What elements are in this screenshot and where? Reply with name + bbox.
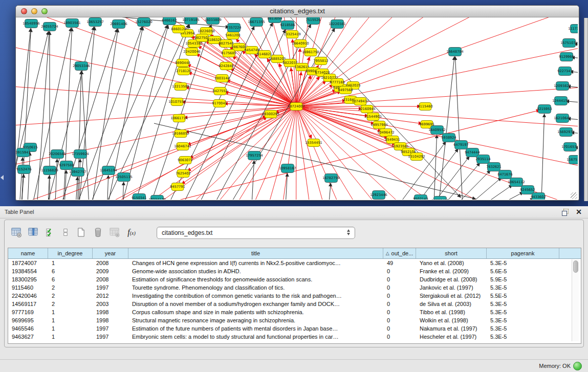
- graph-node-label: 12093822: [554, 84, 571, 88]
- graph-node-label: 9129966: [559, 55, 574, 59]
- cell: Embryonic stem cells: a model to study s…: [128, 334, 383, 340]
- graph-node-label: 9150341: [132, 196, 146, 200]
- status-bar: Memory: OK: [0, 359, 588, 372]
- column-header-out_de[interactable]: △out_de...: [383, 248, 416, 258]
- table-panel-title: Table Panel: [5, 209, 34, 215]
- graph-node-label: 9218586: [280, 23, 295, 27]
- cell: 5.3E-5: [487, 285, 559, 291]
- column-header-in_degree[interactable]: in_degree: [48, 248, 93, 258]
- float-window-icon[interactable]: [562, 209, 569, 215]
- create-column-icon[interactable]: [73, 225, 89, 239]
- cell: 9115460: [8, 285, 48, 291]
- graph-edge: [55, 159, 57, 200]
- graph-node-label: 9146821: [257, 52, 272, 56]
- cell: 2012: [93, 293, 128, 299]
- panel-collapse-arrow-icon[interactable]: [1, 175, 4, 180]
- graph-node-label: 22420046: [183, 50, 201, 54]
- graph-node-label: 11544903: [364, 115, 382, 119]
- column-header-year[interactable]: year: [93, 248, 128, 258]
- network-canvas[interactable]: 1872400710107554122135892718120989044822…: [16, 17, 578, 200]
- table-body: 1872400712008Changes of HCN gene express…: [8, 259, 581, 341]
- window-titlebar[interactable]: citations_edges.txt: [16, 6, 579, 17]
- graph-node-label: 29053346: [73, 64, 90, 68]
- table-row[interactable]: 1830029562008Estimation of significance …: [8, 275, 581, 283]
- function-builder-icon[interactable]: f(x): [124, 225, 139, 239]
- row-selection-icon[interactable]: [42, 225, 58, 239]
- cell: 2008: [93, 276, 128, 282]
- network-view[interactable]: 1872400710107554122135892718120989044822…: [16, 17, 578, 200]
- graph-node-label: 16046741: [174, 144, 191, 148]
- cell: Franke et al. (2009): [416, 268, 487, 274]
- column-header-pagerank[interactable]: pagerank: [487, 248, 559, 258]
- graph-edge: [154, 123, 475, 199]
- table-container: f(x) citations_edges.txt namein_degreeye…: [4, 220, 584, 347]
- show-columns-icon[interactable]: [26, 225, 41, 239]
- graph-node-label: 12160945: [358, 107, 376, 111]
- cell: Stergiakouli et al. (2012): [416, 293, 487, 299]
- graph-node-label: 10107554: [168, 100, 186, 104]
- cell: Wolkin et al. (1998): [416, 317, 487, 323]
- table-selector-dropdown[interactable]: citations_edges.txt: [157, 227, 355, 239]
- column-header-title[interactable]: title: [128, 248, 383, 258]
- resize-grip-icon[interactable]: [571, 192, 577, 199]
- graph-edge: [124, 106, 296, 200]
- table-row[interactable]: 1872400712008Changes of HCN gene express…: [8, 259, 581, 267]
- table-row[interactable]: 2242004622012Investigating the contribut…: [8, 292, 581, 300]
- cell: 18300295: [8, 276, 48, 282]
- graph-edge: [296, 49, 300, 106]
- graph-edge: [296, 106, 578, 194]
- table-row[interactable]: 946554611997Estimation of the future num…: [8, 324, 581, 333]
- cell: 0: [383, 276, 416, 282]
- graph-node-label: 16210643: [554, 116, 571, 120]
- table-row[interactable]: 1938455462009Genome-wide association stu…: [8, 267, 581, 275]
- graph-node-label: 15885205: [269, 57, 286, 61]
- window-title: citations_edges.txt: [16, 7, 579, 15]
- graph-node-label: 9474444: [465, 150, 480, 155]
- graph-node-label: 18300295: [262, 112, 279, 116]
- table-row[interactable]: 977716911998Corpus callosum shape and si…: [8, 308, 581, 316]
- table-row[interactable]: 946362711997Embryonic stem cells: a mode…: [8, 333, 581, 341]
- graph-node-label: 15751074: [560, 41, 578, 45]
- table-row[interactable]: 911546021997Tourette syndrome. Phenomeno…: [8, 283, 581, 292]
- graph-node-label: 7632621: [486, 165, 501, 169]
- scrollbar-thumb[interactable]: [573, 260, 578, 273]
- cell: Estimation of significance thresholds fo…: [128, 276, 383, 282]
- import-table-icon[interactable]: [107, 225, 122, 239]
- graph-node-label: 16961758: [302, 50, 319, 54]
- cell: 1997: [93, 325, 128, 332]
- graph-node-label: 13104292: [408, 155, 425, 159]
- cell: 5.6E-5: [487, 268, 559, 274]
- table-mode-icon[interactable]: [9, 225, 24, 239]
- column-header-name[interactable]: name: [8, 248, 48, 258]
- table-row[interactable]: 1456911722003Disruption of a novel membe…: [8, 300, 581, 308]
- pager-icon[interactable]: [59, 225, 72, 239]
- graph-node-label: 9227343: [557, 69, 572, 73]
- cell: 14569117: [8, 301, 48, 307]
- cell: Tourette syndrome. Phenomenology and cla…: [128, 285, 383, 291]
- cell: 2: [48, 301, 93, 307]
- table-panel: Table Panel ✕ f(x) citations_edges.txt n…: [0, 206, 588, 372]
- cell: 2009: [93, 268, 128, 274]
- graph-node-label: 24055724: [41, 25, 58, 29]
- cell: Nakamura et al. (1997): [416, 325, 487, 332]
- cell: 0: [383, 293, 416, 299]
- graph-node-label: 12505135: [115, 175, 133, 179]
- cell: 0: [383, 334, 416, 340]
- cell: Structural magnetic resonance image aver…: [128, 317, 383, 323]
- delete-columns-icon[interactable]: [90, 225, 105, 239]
- network-window[interactable]: citations_edges.txt 18724007101075541221…: [15, 5, 579, 201]
- cell: 22420046: [8, 293, 48, 299]
- dropdown-spinner-icon: [347, 229, 350, 235]
- graph-edge: [296, 106, 411, 200]
- graph-edge: [180, 106, 296, 200]
- cell: Genome-wide association studies in ADHD.: [128, 268, 383, 274]
- vertical-scrollbar[interactable]: [572, 259, 579, 341]
- graph-node-label: 10496472: [377, 130, 395, 135]
- table-row[interactable]: 969969511998Structural magnetic resonanc…: [8, 316, 581, 324]
- close-panel-icon[interactable]: ✕: [576, 208, 582, 216]
- graph-node-label: 18903561: [63, 21, 81, 25]
- node-table: namein_degreeyeartitle△out_de...shortpag…: [8, 248, 581, 344]
- column-header-short[interactable]: short: [416, 248, 487, 258]
- graph-node-label: 8471676: [497, 172, 512, 177]
- collapsed-panel-strip[interactable]: [584, 18, 588, 201]
